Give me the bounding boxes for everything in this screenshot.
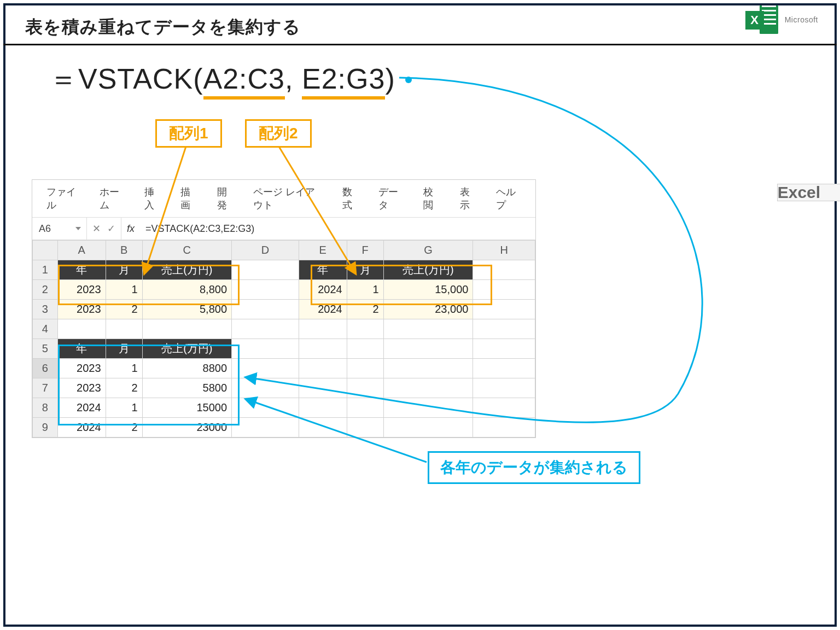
cell-G5[interactable]	[383, 339, 473, 359]
row-4[interactable]: 4	[33, 319, 58, 339]
cell-B2[interactable]: 1	[106, 280, 142, 300]
cell-D4[interactable]	[232, 319, 299, 339]
tab-help[interactable]: ヘルプ	[486, 185, 531, 212]
row-8[interactable]: 8	[33, 398, 58, 418]
cell-A7[interactable]: 2023	[57, 378, 106, 398]
cell-A3[interactable]: 2023	[57, 300, 106, 319]
cell-D5[interactable]	[232, 339, 299, 359]
cell-G2[interactable]: 15,000	[383, 280, 473, 300]
cell-G1[interactable]: 売上(万円)	[383, 260, 473, 280]
cell-H9[interactable]	[473, 418, 535, 438]
col-H[interactable]: H	[473, 241, 535, 260]
cell-A1[interactable]: 年	[57, 260, 106, 280]
tab-layout[interactable]: ページ レイアウト	[243, 185, 332, 212]
col-F[interactable]: F	[347, 241, 383, 260]
col-G[interactable]: G	[383, 241, 473, 260]
cell-B6[interactable]: 1	[106, 359, 142, 378]
select-all-corner[interactable]	[33, 241, 58, 260]
cell-G6[interactable]	[383, 359, 473, 378]
cell-F7[interactable]	[347, 378, 383, 398]
cell-D2[interactable]	[232, 280, 299, 300]
cell-H3[interactable]	[473, 300, 535, 319]
cell-G3[interactable]: 23,000	[383, 300, 473, 319]
row-3[interactable]: 3	[33, 300, 58, 319]
cell-C3[interactable]: 5,800	[142, 300, 231, 319]
cell-C7[interactable]: 5800	[142, 378, 231, 398]
cell-A6[interactable]: 2023	[57, 359, 106, 378]
cell-F3[interactable]: 2	[347, 300, 383, 319]
col-E[interactable]: E	[299, 241, 347, 260]
cell-B8[interactable]: 1	[106, 398, 142, 418]
cell-G9[interactable]	[383, 418, 473, 438]
row-7[interactable]: 7	[33, 378, 58, 398]
cell-E7[interactable]	[299, 378, 347, 398]
cell-A4[interactable]	[57, 319, 106, 339]
cell-B7[interactable]: 2	[106, 378, 142, 398]
cell-H8[interactable]	[473, 398, 535, 418]
cell-C5[interactable]: 売上(万円)	[142, 339, 231, 359]
cell-C1[interactable]: 売上(万円)	[142, 260, 231, 280]
row-2[interactable]: 2	[33, 280, 58, 300]
cell-E8[interactable]	[299, 398, 347, 418]
fx-icon[interactable]: fx	[121, 223, 140, 235]
tab-review[interactable]: 校閲	[413, 185, 450, 212]
cell-G4[interactable]	[383, 319, 473, 339]
cell-B5[interactable]: 月	[106, 339, 142, 359]
cell-F5[interactable]	[347, 339, 383, 359]
cell-F2[interactable]: 1	[347, 280, 383, 300]
cell-A5[interactable]: 年	[57, 339, 106, 359]
tab-view[interactable]: 表示	[450, 185, 487, 212]
col-A[interactable]: A	[57, 241, 106, 260]
cell-G7[interactable]	[383, 378, 473, 398]
col-B[interactable]: B	[106, 241, 142, 260]
row-9[interactable]: 9	[33, 418, 58, 438]
cell-E9[interactable]	[299, 418, 347, 438]
row-5[interactable]: 5	[33, 339, 58, 359]
tab-formula[interactable]: 数式	[332, 185, 369, 212]
col-C[interactable]: C	[142, 241, 231, 260]
cell-F4[interactable]	[347, 319, 383, 339]
cell-D7[interactable]	[232, 378, 299, 398]
tab-home[interactable]: ホーム	[90, 185, 135, 212]
tab-file[interactable]: ファイル	[37, 185, 90, 212]
cell-E1[interactable]: 年	[299, 260, 347, 280]
cell-C4[interactable]	[142, 319, 231, 339]
tab-data[interactable]: データ	[369, 185, 413, 212]
cell-E3[interactable]: 2024	[299, 300, 347, 319]
tab-draw[interactable]: 描画	[171, 185, 207, 212]
row-6[interactable]: 6	[33, 359, 58, 378]
cell-B1[interactable]: 月	[106, 260, 142, 280]
cell-F8[interactable]	[347, 398, 383, 418]
row-1[interactable]: 1	[33, 260, 58, 280]
cell-B3[interactable]: 2	[106, 300, 142, 319]
cell-H6[interactable]	[473, 359, 535, 378]
formula-bar-value[interactable]: =VSTACK(A2:C3,E2:G3)	[140, 223, 260, 235]
cell-E6[interactable]	[299, 359, 347, 378]
cell-B9[interactable]: 2	[106, 418, 142, 438]
cell-H4[interactable]	[473, 319, 535, 339]
cell-E2[interactable]: 2024	[299, 280, 347, 300]
cell-C8[interactable]: 15000	[142, 398, 231, 418]
cell-D6[interactable]	[232, 359, 299, 378]
cell-D1[interactable]	[232, 260, 299, 280]
cell-D3[interactable]	[232, 300, 299, 319]
accept-icon[interactable]: ✓	[107, 223, 115, 235]
tab-insert[interactable]: 挿入	[135, 185, 171, 212]
tab-dev[interactable]: 開発	[207, 185, 244, 212]
cell-C2[interactable]: 8,800	[142, 280, 231, 300]
cell-C9[interactable]: 23000	[142, 418, 231, 438]
cell-D9[interactable]	[232, 418, 299, 438]
cell-D8[interactable]	[232, 398, 299, 418]
cell-H7[interactable]	[473, 378, 535, 398]
cell-G8[interactable]	[383, 398, 473, 418]
cell-A2[interactable]: 2023	[57, 280, 106, 300]
cell-E4[interactable]	[299, 319, 347, 339]
cell-E5[interactable]	[299, 339, 347, 359]
cell-H2[interactable]	[473, 280, 535, 300]
cell-A9[interactable]: 2024	[57, 418, 106, 438]
cell-C6[interactable]: 8800	[142, 359, 231, 378]
cell-H1[interactable]	[473, 260, 535, 280]
cell-A8[interactable]: 2024	[57, 398, 106, 418]
name-box[interactable]: A6	[32, 218, 87, 240]
spreadsheet-grid[interactable]: A B C D E F G H 1 年 月 売上(万円) 年 月 売上(万円) …	[32, 240, 535, 438]
